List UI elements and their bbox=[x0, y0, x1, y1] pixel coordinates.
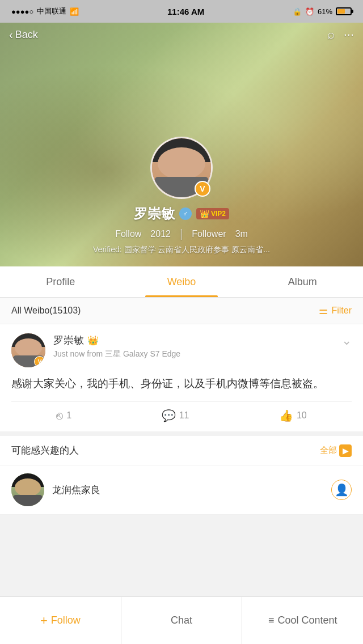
verified-badge: V bbox=[195, 181, 210, 197]
status-left: ●●●●○ 中国联通 📶 bbox=[11, 6, 79, 16]
tab-profile-label: Profile bbox=[46, 276, 75, 288]
tab-album-label: Album bbox=[288, 276, 317, 288]
back-chevron-icon: ‹ bbox=[9, 28, 13, 41]
suggestions-more-button[interactable]: 全部 ▶ bbox=[320, 444, 352, 457]
tab-weibo[interactable]: Weibo bbox=[121, 266, 242, 297]
comment-icon: 💬 bbox=[162, 409, 176, 422]
status-bar: ●●●●○ 中国联通 📶 11:46 AM 🔒 ⏰ 61% bbox=[0, 0, 363, 23]
weibo-count-bar: All Weibo(15103) ⚌ Filter bbox=[0, 298, 363, 324]
comment-count: 11 bbox=[179, 410, 189, 421]
lock-icon: 🔒 bbox=[293, 7, 302, 16]
like-action[interactable]: 👍 10 bbox=[279, 409, 307, 422]
suggestion-item: 龙润焦家良 👤 bbox=[0, 465, 363, 515]
follow-plus-icon: 👤 bbox=[335, 483, 349, 497]
filter-label: Filter bbox=[331, 306, 352, 316]
follow-count: 2012 bbox=[150, 229, 171, 239]
back-button[interactable]: ‹ Back bbox=[9, 28, 38, 41]
cool-content-label: Cool Content bbox=[277, 615, 337, 626]
post-meta: Just now from 三星 Galaxy S7 Edge bbox=[53, 349, 334, 359]
post-actions: ⎋ 1 💬 11 👍 10 bbox=[11, 401, 352, 422]
follow-label: Follow bbox=[115, 229, 141, 239]
status-time: 11:46 AM bbox=[167, 7, 204, 16]
suggestions-title: 可能感兴趣的人 bbox=[11, 444, 79, 457]
post-vip-icon: 👑 bbox=[87, 335, 99, 346]
like-count: 10 bbox=[297, 410, 307, 421]
post-expand-icon[interactable]: ⌄ bbox=[341, 333, 352, 348]
post-username-row: 罗崇敏 👑 bbox=[53, 333, 334, 347]
menu-icon: ≡ bbox=[268, 615, 275, 626]
post-avatar[interactable]: V bbox=[11, 333, 45, 367]
user-name: 罗崇敏 bbox=[134, 205, 175, 223]
chat-button[interactable]: Chat bbox=[121, 597, 243, 644]
filter-button[interactable]: ⚌ Filter bbox=[319, 304, 352, 317]
tabs-bar: Profile Weibo Album bbox=[0, 266, 363, 298]
cool-content-button[interactable]: ≡ Cool Content bbox=[242, 597, 363, 644]
repost-action[interactable]: ⎋ 1 bbox=[56, 409, 71, 422]
post-avatar-verified: V bbox=[34, 356, 45, 367]
vip-level: VIP2 bbox=[211, 210, 226, 218]
status-right: 🔒 ⏰ 61% bbox=[293, 7, 352, 16]
post-user-info: 罗崇敏 👑 Just now from 三星 Galaxy S7 Edge bbox=[53, 333, 334, 359]
suggestion-name: 龙润焦家良 bbox=[52, 484, 323, 497]
chat-button-label: Chat bbox=[171, 615, 192, 626]
repost-count: 1 bbox=[66, 410, 71, 421]
weibo-count-text: All Weibo(15103) bbox=[11, 306, 81, 316]
verified-description: Verified: 国家督学 云南省人民政府参事 原云南省... bbox=[82, 245, 281, 255]
search-icon[interactable]: ⌕ bbox=[327, 27, 335, 42]
bottom-bar: + Follow Chat ≡ Cool Content bbox=[0, 596, 363, 644]
follower-label: Follower bbox=[192, 229, 226, 239]
suggestions-more-label: 全部 bbox=[320, 445, 337, 456]
wifi-icon: 📶 bbox=[70, 7, 79, 16]
tab-album[interactable]: Album bbox=[242, 266, 363, 297]
back-label: Back bbox=[15, 29, 38, 41]
like-icon: 👍 bbox=[279, 409, 293, 422]
avatar-container: V bbox=[150, 137, 213, 199]
gender-badge: ♂ bbox=[179, 207, 192, 220]
nav-bar: ‹ Back ⌕ ··· bbox=[0, 23, 363, 46]
stats-row: Follow 2012 | Follower 3m bbox=[115, 227, 248, 240]
suggestion-follow-button[interactable]: 👤 bbox=[331, 480, 352, 500]
filter-icon: ⚌ bbox=[319, 304, 328, 317]
suggestion-avatar bbox=[11, 473, 44, 506]
gender-icon: ♂ bbox=[183, 210, 188, 218]
post-content: 感谢大家关心，我的手机、身份证，以及手机内微博等信息被盗。 bbox=[11, 375, 352, 392]
follower-count: 3m bbox=[235, 229, 248, 239]
post-card: V 罗崇敏 👑 Just now from 三星 Galaxy S7 Edge … bbox=[0, 324, 363, 431]
tab-weibo-label: Weibo bbox=[167, 276, 196, 288]
battery-percent: 61% bbox=[318, 7, 332, 16]
stats-divider: | bbox=[180, 227, 183, 240]
follow-button[interactable]: + Follow bbox=[0, 597, 121, 644]
tab-profile[interactable]: Profile bbox=[0, 266, 121, 297]
comment-action[interactable]: 💬 11 bbox=[162, 409, 189, 422]
repost-icon: ⎋ bbox=[56, 409, 63, 422]
post-username: 罗崇敏 bbox=[53, 333, 84, 347]
signal-dots: ●●●●○ bbox=[11, 7, 33, 16]
profile-section: V 罗崇敏 ♂ 👑 VIP2 Follow 2012 | Follower 3m… bbox=[0, 137, 363, 266]
user-name-row: 罗崇敏 ♂ 👑 VIP2 bbox=[134, 205, 229, 223]
hero-section: ‹ Back ⌕ ··· V 罗崇敏 ♂ bbox=[0, 23, 363, 266]
suggestions-more-icon: ▶ bbox=[339, 444, 352, 457]
plus-icon: + bbox=[40, 613, 48, 628]
vip-badge: 👑 VIP2 bbox=[196, 208, 229, 219]
alarm-icon: ⏰ bbox=[305, 7, 314, 16]
battery-icon bbox=[336, 7, 352, 15]
more-options-icon[interactable]: ··· bbox=[344, 27, 354, 42]
follow-button-label: Follow bbox=[51, 615, 81, 626]
post-header: V 罗崇敏 👑 Just now from 三星 Galaxy S7 Edge … bbox=[11, 333, 352, 367]
carrier-name: 中国联通 bbox=[37, 6, 66, 16]
nav-right: ⌕ ··· bbox=[327, 27, 354, 42]
crown-icon: 👑 bbox=[200, 209, 209, 218]
suggestions-header: 可能感兴趣的人 全部 ▶ bbox=[0, 436, 363, 465]
